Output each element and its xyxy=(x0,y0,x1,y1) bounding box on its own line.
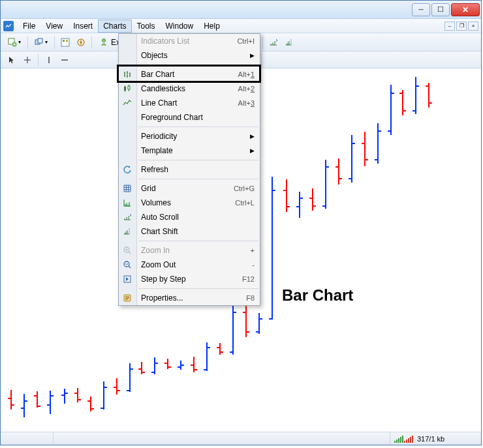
menu-tools[interactable]: Tools xyxy=(132,20,161,33)
close-button[interactable]: ✕ xyxy=(451,3,480,16)
menu-step-by-step[interactable]: Step by Step F12 xyxy=(119,272,260,286)
svg-rect-0 xyxy=(5,22,12,30)
profiles-button[interactable]: ▾ xyxy=(31,35,51,50)
window-controls: ─ ☐ ✕ xyxy=(412,3,480,16)
menu-foreground-chart[interactable]: Foreground Chart xyxy=(119,110,260,125)
menu-separator xyxy=(138,179,258,179)
toolbar-separator xyxy=(54,36,55,49)
app-window: ─ ☐ ✕ File View Insert Charts Tools Wind… xyxy=(0,0,482,445)
status-connection[interactable]: 317/1 kb xyxy=(390,432,481,445)
cursor-tool-button[interactable] xyxy=(5,53,19,67)
menu-separator xyxy=(138,241,258,241)
menu-separator xyxy=(138,127,258,127)
price-bar xyxy=(87,70,89,430)
svg-rect-5 xyxy=(61,38,69,46)
refresh-icon xyxy=(122,164,132,175)
price-bar xyxy=(375,70,376,430)
inner-window-controls: – ❐ × xyxy=(444,22,481,31)
price-bar xyxy=(413,70,414,430)
connection-bars-icon xyxy=(394,435,413,443)
svg-rect-4 xyxy=(38,38,42,43)
market-watch-button[interactable] xyxy=(58,35,72,50)
zoom-out-icon xyxy=(122,260,132,270)
price-bar xyxy=(309,70,311,430)
auto-scroll-button[interactable] xyxy=(266,35,281,50)
horizontal-line-tool-button[interactable] xyxy=(57,53,72,67)
navigator-button[interactable] xyxy=(74,35,88,50)
svg-point-9 xyxy=(102,38,106,42)
chart-shift-icon xyxy=(122,226,132,237)
candlestick-icon xyxy=(122,83,132,94)
toolbar-separator xyxy=(91,36,92,49)
price-bar xyxy=(47,70,48,430)
menu-separator xyxy=(138,288,258,289)
menu-refresh[interactable]: Refresh xyxy=(119,162,260,177)
menu-line-chart[interactable]: Line Chart Alt+3 xyxy=(119,96,260,110)
submenu-arrow-icon: ▶ xyxy=(250,52,255,59)
svg-rect-6 xyxy=(63,40,65,42)
grid-icon xyxy=(122,183,132,194)
menu-separator xyxy=(138,160,258,160)
vertical-line-tool-button[interactable] xyxy=(42,53,56,67)
menu-separator xyxy=(138,65,258,65)
menu-window[interactable]: Window xyxy=(161,20,199,33)
price-bar xyxy=(283,70,285,430)
connection-text: 317/1 kb xyxy=(417,435,444,443)
toolbar-separator xyxy=(262,36,263,49)
price-bar xyxy=(296,70,298,430)
price-bar xyxy=(335,70,337,430)
price-bar xyxy=(362,70,363,430)
menu-file[interactable]: File xyxy=(18,20,40,33)
bar-chart-icon xyxy=(122,69,132,80)
price-bar xyxy=(61,70,63,430)
menu-view[interactable]: View xyxy=(40,20,68,33)
menu-indicators-list: Indicators List Ctrl+I xyxy=(119,34,260,48)
menu-grid[interactable]: Grid Ctrl+G xyxy=(119,181,260,196)
menu-periodicity[interactable]: Periodicity ▶ xyxy=(119,129,260,143)
price-bar xyxy=(74,70,76,430)
price-bar xyxy=(322,70,324,430)
auto-scroll-icon xyxy=(122,212,132,222)
price-bar xyxy=(349,70,350,430)
menu-insert[interactable]: Insert xyxy=(68,20,98,33)
price-bar xyxy=(101,70,102,430)
menu-zoom-out[interactable]: Zoom Out - xyxy=(119,258,260,272)
menu-bar-chart[interactable]: Bar Chart Alt+1 xyxy=(119,67,260,82)
zoom-in-icon xyxy=(122,245,132,256)
price-bar xyxy=(269,70,270,430)
minimize-button[interactable]: ─ xyxy=(412,3,430,16)
new-chart-button[interactable]: ▾ xyxy=(5,35,24,50)
maximize-button[interactable]: ☐ xyxy=(431,3,450,16)
inner-minimize-button[interactable]: – xyxy=(444,22,455,31)
app-icon xyxy=(3,21,14,31)
status-section-empty xyxy=(53,432,390,445)
annotation-bar-chart: Bar Chart xyxy=(282,286,353,305)
menu-auto-scroll[interactable]: Auto Scroll xyxy=(119,210,260,224)
inner-close-button[interactable]: × xyxy=(468,22,478,31)
submenu-arrow-icon: ▶ xyxy=(250,133,255,140)
menu-candlesticks[interactable]: Candlesticks Alt+2 xyxy=(119,82,260,96)
charts-dropdown-menu: Indicators List Ctrl+I Objects ▶ Bar Cha… xyxy=(118,33,260,306)
menu-zoom-in: Zoom In + xyxy=(119,243,260,258)
price-bar xyxy=(34,70,35,430)
crosshair-tool-button[interactable] xyxy=(20,53,35,67)
menu-chart-shift[interactable]: Chart Shift xyxy=(119,224,260,239)
inner-restore-button[interactable]: ❐ xyxy=(456,22,467,31)
step-icon xyxy=(122,274,132,284)
line-chart-icon xyxy=(122,98,132,108)
menu-objects[interactable]: Objects ▶ xyxy=(119,48,260,63)
statusbar: 317/1 kb xyxy=(1,432,481,445)
submenu-arrow-icon: ▶ xyxy=(250,147,255,154)
toolbar-separator xyxy=(38,53,39,67)
menu-charts[interactable]: Charts xyxy=(98,20,131,33)
menu-template[interactable]: Template ▶ xyxy=(119,143,260,158)
properties-icon xyxy=(122,293,132,303)
svg-rect-14 xyxy=(124,87,126,91)
price-bar xyxy=(388,70,389,430)
menu-help[interactable]: Help xyxy=(198,20,225,33)
menu-volumes[interactable]: Volumes Ctrl+L xyxy=(119,196,260,210)
chart-shift-button[interactable] xyxy=(282,35,296,50)
volumes-icon xyxy=(122,198,132,208)
price-bar xyxy=(426,70,427,430)
menu-properties[interactable]: Properties... F8 xyxy=(119,291,260,305)
